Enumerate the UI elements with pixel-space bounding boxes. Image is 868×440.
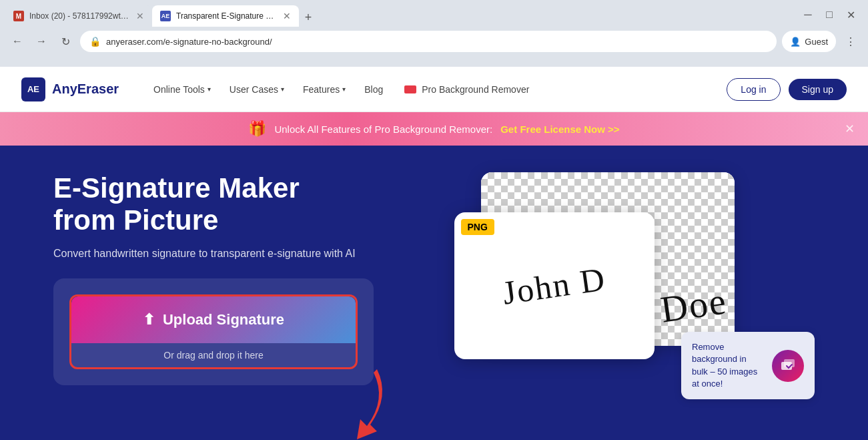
address-text: anyeraser.com/e-signature-no-background/: [106, 37, 767, 47]
banner-text: Unlock All Features of Pro Background Re…: [274, 124, 492, 135]
hero-title-line1: E-Signature Maker: [53, 172, 300, 204]
profile-label: Guest: [805, 37, 828, 47]
refresh-button[interactable]: ↻: [56, 32, 75, 51]
svg-rect-1: [784, 359, 795, 367]
online-tools-chevron: ▾: [207, 85, 211, 93]
nav-links: Online Tools ▾ User Cases ▾ Features ▾ B…: [145, 79, 727, 100]
nav-pro-bg-remover[interactable]: Pro Background Remover: [394, 79, 540, 100]
upload-box-inner: ⬆ Upload Signature Or drag and drop it h…: [69, 294, 358, 369]
upload-button-label: Upload Signature: [163, 311, 284, 328]
minimize-button[interactable]: ─: [799, 5, 817, 24]
nav-user-cases[interactable]: User Cases ▾: [222, 79, 292, 100]
address-bar[interactable]: 🔒 anyeraser.com/e-signature-no-backgroun…: [80, 31, 777, 52]
logo-icon: AE: [21, 77, 45, 101]
user-cases-chevron: ▾: [281, 85, 284, 93]
gmail-favicon: M: [13, 11, 24, 21]
close-button[interactable]: ✕: [841, 5, 860, 24]
hero-title-line2: from Picture: [53, 204, 218, 236]
browser-tabs: M Inbox (20) - 578117992wtt@ ✕ AE Transp…: [0, 0, 799, 27]
hero-right: John Doe PNG John D Remove background in…: [454, 172, 815, 426]
logo-text: AnyEraser: [52, 81, 119, 97]
hero-subtitle: Convert handwritten signature to transpa…: [53, 248, 414, 260]
promo-banner: 🎁 Unlock All Features of Pro Background …: [0, 112, 868, 146]
hero-section: E-Signature Maker from Picture Convert h…: [0, 146, 868, 440]
browser-chrome: M Inbox (20) - 578117992wtt@ ✕ AE Transp…: [0, 0, 868, 67]
gift-icon: 🎁: [248, 120, 266, 138]
nav-blog[interactable]: Blog: [356, 79, 391, 100]
browser-menu-button[interactable]: ⋮: [841, 32, 860, 51]
hero-left: E-Signature Maker from Picture Convert h…: [53, 172, 414, 385]
banner-link[interactable]: Get Free License Now >>: [500, 124, 619, 135]
hero-title: E-Signature Maker from Picture: [53, 172, 414, 237]
bulk-icon: [772, 350, 804, 382]
window-controls: ─ □ ✕: [799, 3, 868, 24]
nav-buttons: Log in Sign up: [727, 78, 847, 101]
nav-features[interactable]: Features ▾: [295, 79, 354, 100]
signup-button[interactable]: Sign up: [789, 79, 847, 100]
features-label: Features: [303, 84, 340, 95]
browser-tab-anyeraser[interactable]: AE Transparent E-Signature Mak... ✕: [152, 5, 299, 27]
upload-signature-button[interactable]: ⬆ Upload Signature: [71, 296, 356, 343]
lock-icon: 🔒: [89, 36, 101, 47]
forward-button[interactable]: →: [32, 32, 51, 51]
browser-toolbar: ← → ↻ 🔒 anyeraser.com/e-signature-no-bac…: [0, 27, 868, 56]
maximize-button[interactable]: □: [820, 5, 839, 24]
nav-online-tools[interactable]: Online Tools ▾: [145, 79, 219, 100]
profile-icon: 👤: [790, 37, 801, 47]
browser-tab-gmail[interactable]: M Inbox (20) - 578117992wtt@ ✕: [5, 5, 152, 27]
arrow-indicator: [314, 359, 394, 440]
signature-card-white: PNG John D: [454, 212, 655, 359]
logo[interactable]: AE AnyEraser: [21, 77, 119, 101]
back-button[interactable]: ←: [8, 32, 27, 51]
site-navigation: AE AnyEraser Online Tools ▾ User Cases ▾…: [0, 67, 868, 112]
profile-button[interactable]: 👤 Guest: [782, 31, 836, 52]
signature-text-white: John D: [500, 259, 608, 312]
user-cases-label: User Cases: [230, 84, 278, 95]
bulk-badge-text: Remove background in bulk – 50 images at…: [692, 341, 764, 390]
bulk-processing-badge: Remove background in bulk – 50 images at…: [681, 332, 815, 399]
website: AE AnyEraser Online Tools ▾ User Cases ▾…: [0, 67, 868, 440]
tab-title-anyeraser: Transparent E-Signature Mak...: [176, 11, 278, 21]
add-tab-button[interactable]: +: [299, 8, 318, 27]
banner-close-button[interactable]: ✕: [845, 122, 855, 136]
tab-title-gmail: Inbox (20) - 578117992wtt@: [29, 11, 131, 21]
png-badge: PNG: [461, 219, 494, 235]
tab-close-anyeraser[interactable]: ✕: [283, 11, 291, 21]
anyeraser-favicon: AE: [160, 11, 171, 21]
tab-close-gmail[interactable]: ✕: [136, 11, 144, 21]
online-tools-label: Online Tools: [153, 84, 205, 95]
upload-icon: ⬆: [143, 311, 155, 328]
pro-icon: [404, 85, 416, 93]
features-chevron: ▾: [342, 85, 346, 93]
login-button[interactable]: Log in: [727, 78, 780, 101]
